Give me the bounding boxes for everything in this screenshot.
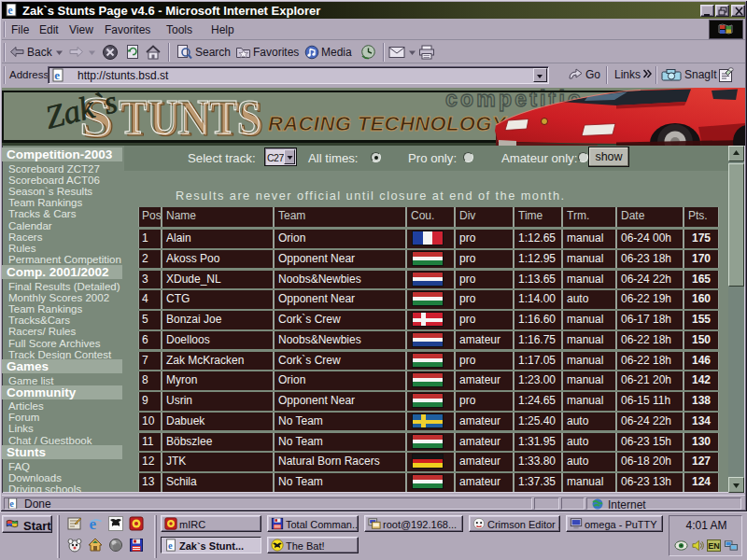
svg-text:e: e	[7, 4, 13, 17]
svg-text:RACING TECHNOLOGY: RACING TECHNOLOGY	[268, 112, 508, 135]
svg-text:e: e	[168, 540, 173, 551]
svg-text:e: e	[54, 68, 60, 82]
svg-text:Zak`s: Zak`s	[43, 88, 120, 136]
svg-text:e: e	[90, 516, 97, 531]
